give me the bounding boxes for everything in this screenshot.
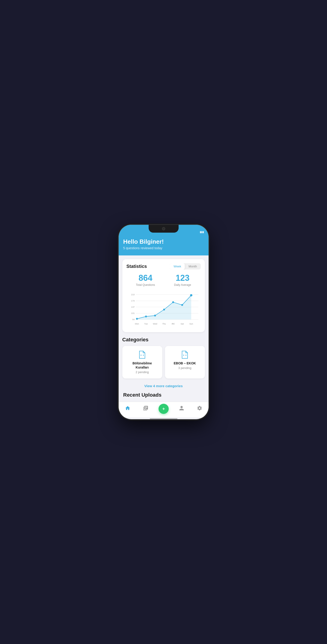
category-name-2: EBOB – EKOK (169, 361, 201, 365)
subtitle-text: 5 questions reviewed today (123, 246, 204, 250)
chart-container: 210 174 137 101 64 (127, 291, 201, 328)
svg-text:Sun: Sun (189, 323, 193, 325)
phone-screen: ▮▮▮ Hello Bilginer! 5 questions reviewed… (119, 225, 209, 419)
category-pending-1: 2 pending (126, 370, 159, 374)
total-questions-stat: 864 Total Questions (136, 273, 155, 286)
daily-average-value: 123 (174, 273, 191, 283)
home-icon (125, 406, 130, 412)
categories-grid: Bölünebilme Kuralları 2 pending (122, 346, 205, 378)
nav-settings[interactable] (191, 406, 209, 412)
svg-point-14 (163, 309, 165, 310)
nav-profile[interactable] (173, 406, 191, 412)
svg-text:210: 210 (131, 294, 135, 296)
svg-text:137: 137 (131, 306, 135, 308)
bottom-nav (119, 402, 209, 417)
svg-point-26 (143, 355, 144, 356)
home-indicator (150, 418, 177, 419)
person-icon (179, 406, 184, 412)
add-button[interactable] (159, 404, 169, 414)
svg-point-27 (183, 355, 184, 356)
category-icon-2 (169, 350, 201, 359)
stats-title: Statistics (127, 264, 147, 269)
categories-title: Categories (122, 337, 205, 343)
category-icon-1 (126, 350, 159, 359)
recent-uploads-title: Recent Uploads (123, 392, 204, 398)
stats-header: Statistics Week Month (127, 263, 201, 270)
total-questions-value: 864 (136, 273, 155, 283)
svg-text:174: 174 (131, 300, 135, 302)
svg-text:Thu: Thu (162, 323, 166, 325)
phone-frame: ▮▮▮ Hello Bilginer! 5 questions reviewed… (119, 225, 209, 419)
category-card-1[interactable]: Bölünebilme Kuralları 2 pending (122, 346, 162, 378)
daily-average-stat: 123 Daily Average (174, 273, 191, 286)
week-toggle-btn[interactable]: Week (170, 263, 185, 270)
nav-home[interactable] (119, 406, 137, 412)
content-scroll: Statistics Week Month 864 Total Question… (119, 256, 209, 402)
camera (162, 227, 165, 230)
view-more-categories-btn[interactable]: View 4 more categories (122, 382, 205, 390)
svg-text:101: 101 (131, 312, 135, 314)
svg-text:Wed: Wed (153, 323, 157, 325)
notch (149, 225, 179, 233)
svg-text:Tue: Tue (144, 323, 147, 325)
settings-icon (197, 406, 202, 412)
svg-point-12 (145, 316, 147, 318)
statistics-card: Statistics Week Month 864 Total Question… (122, 259, 205, 332)
stats-numbers: 864 Total Questions 123 Daily Average (127, 273, 201, 286)
svg-point-25 (141, 355, 142, 356)
svg-text:Sat: Sat (180, 323, 184, 325)
svg-point-13 (154, 315, 156, 316)
svg-point-17 (190, 294, 192, 296)
greeting-text: Hello Bilginer! (123, 238, 204, 245)
total-questions-label: Total Questions (136, 283, 155, 286)
category-card-2[interactable]: EBOB – EKOK 3 pending (165, 346, 205, 378)
battery-icon: ▮▮▮ (200, 230, 204, 234)
svg-point-28 (185, 355, 186, 356)
svg-text:64: 64 (132, 318, 135, 320)
daily-average-label: Daily Average (174, 283, 191, 286)
nav-add[interactable] (155, 404, 173, 414)
svg-marker-10 (137, 295, 191, 320)
svg-text:Fri: Fri (172, 323, 174, 325)
svg-point-16 (181, 304, 183, 306)
category-pending-2: 3 pending (169, 366, 201, 370)
header: Hello Bilginer! 5 questions reviewed tod… (119, 235, 209, 256)
period-toggle: Week Month (170, 263, 200, 270)
book-icon (143, 406, 148, 412)
svg-point-11 (136, 318, 138, 320)
categories-section: Categories Bölünebilme Kuralları (122, 337, 205, 390)
nav-library[interactable] (137, 406, 155, 412)
line-chart: 210 174 137 101 64 (127, 291, 201, 328)
svg-text:Mon: Mon (135, 323, 139, 325)
month-toggle-btn[interactable]: Month (185, 263, 200, 270)
svg-point-15 (172, 301, 174, 303)
recent-uploads-section: Recent Uploads (122, 392, 205, 398)
category-name-1: Bölünebilme Kuralları (126, 361, 159, 370)
